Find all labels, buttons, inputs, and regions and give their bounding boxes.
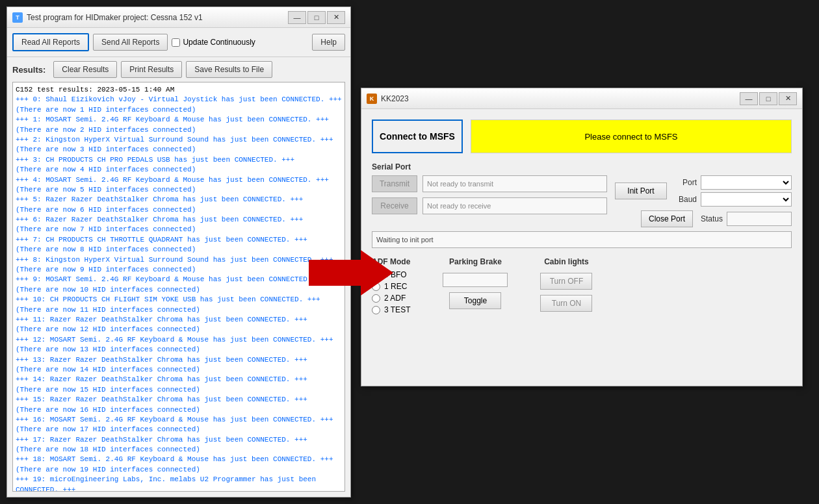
transmit-status-input: [422, 175, 607, 192]
cabin-lights-label: Cabin lights: [544, 257, 589, 266]
baud-select[interactable]: [701, 192, 792, 207]
result-line: +++ 0: Shaul Eizikovich vJoy - Virtual J…: [16, 95, 342, 105]
close-port-button[interactable]: Close Port: [641, 210, 693, 227]
result-line: (There are now 17 HID interfaces connect…: [16, 425, 342, 435]
result-line: (There are now 12 HID interfaces connect…: [16, 325, 342, 334]
second-window: K KK2023 — □ ✕ Connect to MSFS Please co…: [361, 88, 803, 386]
result-line: (There are now 9 HID interfaces connecte…: [16, 265, 342, 275]
result-line: +++ 5: Razer Razer DeathStalker Chroma h…: [16, 195, 342, 205]
init-port-button[interactable]: Init Port: [615, 183, 667, 199]
result-line: +++ 19: microEngineering Labs, Inc. mela…: [16, 475, 342, 492]
result-line: +++ 11: Razer Razer DeathStalker Chroma …: [16, 315, 342, 325]
main-window-title: Test program for HIDmaker project: Cessn…: [27, 13, 203, 22]
result-line: (There are now 5 HID interfaces connecte…: [16, 185, 342, 195]
result-line: (There are now 13 HID interfaces connect…: [16, 345, 342, 355]
result-line: +++ 18: MOSART Semi. 2.4G RF Keyboard & …: [16, 455, 342, 464]
result-line: C152 test results: 2023-05-15 1:40 AM: [16, 85, 342, 95]
serial-port-section: Serial Port Transmit Receive I: [372, 162, 792, 248]
adf-option-label[interactable]: 3 TEST: [372, 305, 410, 314]
waiting-status-input: [372, 231, 792, 248]
result-line: (There are now 7 HID interfaces connecte…: [16, 225, 342, 234]
toggle-button[interactable]: Toggle: [449, 292, 501, 309]
result-line: +++ 9: MOSART Semi. 2.4G RF Keyboard & M…: [16, 275, 342, 284]
result-line: +++ 7: CH PRODUCTS CH THROTTLE QUADRANT …: [16, 235, 342, 245]
result-line: +++ 1: MOSART Semi. 2.4G RF Keyboard & M…: [16, 115, 342, 125]
print-results-button[interactable]: Print Results: [121, 61, 182, 78]
arrow-graphic: [309, 247, 393, 299]
port-label: Port: [671, 178, 697, 187]
parking-brake-section: Parking Brake Toggle: [443, 257, 508, 309]
port-select[interactable]: [701, 175, 792, 190]
maximize-button[interactable]: □: [307, 11, 326, 24]
status-label: Status: [697, 214, 723, 223]
result-line: (There are now 19 HID interfaces connect…: [16, 465, 342, 475]
port-controls-section: Init Port Port Baud: [615, 175, 792, 227]
result-line: (There are now 6 HID interfaces connecte…: [16, 205, 342, 215]
serial-port-label: Serial Port: [372, 162, 792, 171]
main-window-icon: T: [12, 12, 23, 23]
minimize-button[interactable]: —: [288, 11, 306, 24]
main-title-bar: T Test program for HIDmaker project: Ces…: [7, 7, 350, 28]
second-maximize-button[interactable]: □: [759, 92, 777, 105]
result-line: (There are now 16 HID interfaces connect…: [16, 405, 342, 415]
msfs-status-banner: Please connect to MSFS: [471, 120, 792, 153]
update-continuously-checkbox-label[interactable]: Update Continuously: [172, 38, 255, 47]
results-area: C152 test results: 2023-05-15 1:40 AM+++…: [7, 82, 350, 497]
result-line: (There are now 15 HID interfaces connect…: [16, 385, 342, 395]
second-minimize-button[interactable]: —: [740, 92, 758, 105]
connect-row: Connect to MSFS Please connect to MSFS: [372, 120, 792, 153]
second-window-title: KK2023: [381, 94, 409, 103]
second-title-bar: K KK2023 — □ ✕: [361, 88, 802, 109]
results-content[interactable]: C152 test results: 2023-05-15 1:40 AM+++…: [12, 82, 345, 492]
result-line: +++ 6: Razer Razer DeathStalker Chroma h…: [16, 215, 342, 225]
status-row: Status: [697, 212, 792, 226]
result-line: (There are now 18 HID interfaces connect…: [16, 445, 342, 455]
status-input: [727, 212, 792, 226]
help-button[interactable]: Help: [312, 34, 345, 51]
result-line: (There are now 2 HID interfaces connecte…: [16, 125, 342, 135]
result-line: +++ 12: MOSART Semi. 2.4G RF Keyboard & …: [16, 335, 342, 345]
cabin-lights-section: Cabin lights Turn OFF Turn ON: [540, 257, 592, 312]
second-close-button[interactable]: ✕: [779, 92, 797, 105]
clear-results-button[interactable]: Clear Results: [53, 61, 117, 78]
main-window: T Test program for HIDmaker project: Ces…: [6, 6, 351, 498]
receive-status-input: [422, 197, 607, 214]
send-all-reports-button[interactable]: Send All Reports: [93, 34, 168, 51]
main-toolbar: Read All Reports Send All Reports Update…: [7, 28, 350, 57]
second-window-icon: K: [367, 94, 377, 104]
result-line: +++ 2: Kingston HyperX Virtual Surround …: [16, 135, 342, 145]
result-line: +++ 4: MOSART Semi. 2.4G RF Keyboard & M…: [16, 175, 342, 185]
result-line: +++ 15: Razer Razer DeathStalker Chroma …: [16, 395, 342, 405]
transmit-button: Transmit: [372, 175, 417, 192]
result-line: +++ 17: Razer Razer DeathStalker Chroma …: [16, 435, 342, 445]
adf-radio[interactable]: [372, 306, 380, 314]
result-line: (There are now 10 HID interfaces connect…: [16, 285, 342, 295]
result-line: +++ 3: CH PRODUCTS CH PRO PEDALS USB has…: [16, 155, 342, 165]
read-all-reports-button[interactable]: Read All Reports: [12, 33, 89, 51]
result-line: (There are now 3 HID interfaces connecte…: [16, 145, 342, 155]
result-line: +++ 14: Razer Razer DeathStalker Chroma …: [16, 375, 342, 384]
results-label: Results:: [12, 65, 46, 75]
baud-label: Baud: [671, 195, 697, 204]
result-line: (There are now 11 HID interfaces connect…: [16, 305, 342, 315]
result-line: (There are now 8 HID interfaces connecte…: [16, 245, 342, 255]
turn-off-button[interactable]: Turn OFF: [540, 273, 592, 290]
baud-row: Baud: [671, 192, 792, 207]
port-row: Port: [671, 175, 792, 190]
transmit-receive-section: Transmit Receive: [372, 175, 607, 220]
update-continuously-checkbox[interactable]: [172, 38, 180, 47]
result-line: (There are now 14 HID interfaces connect…: [16, 365, 342, 375]
receive-row: Receive: [372, 197, 607, 214]
close-button[interactable]: ✕: [327, 11, 345, 24]
receive-button: Receive: [372, 197, 417, 214]
parking-brake-label: Parking Brake: [449, 257, 502, 266]
svg-marker-0: [309, 250, 393, 296]
adf-option-text: 3 TEST: [384, 305, 410, 314]
transmit-row: Transmit: [372, 175, 607, 192]
result-line: +++ 13: Razer Razer DeathStalker Chroma …: [16, 355, 342, 365]
connect-msfs-button[interactable]: Connect to MSFS: [372, 120, 463, 153]
save-results-button[interactable]: Save Results to File: [186, 61, 272, 78]
turn-on-button[interactable]: Turn ON: [540, 295, 592, 312]
result-line: +++ 8: Kingston HyperX Virtual Surround …: [16, 255, 342, 265]
parking-brake-input: [443, 273, 508, 287]
